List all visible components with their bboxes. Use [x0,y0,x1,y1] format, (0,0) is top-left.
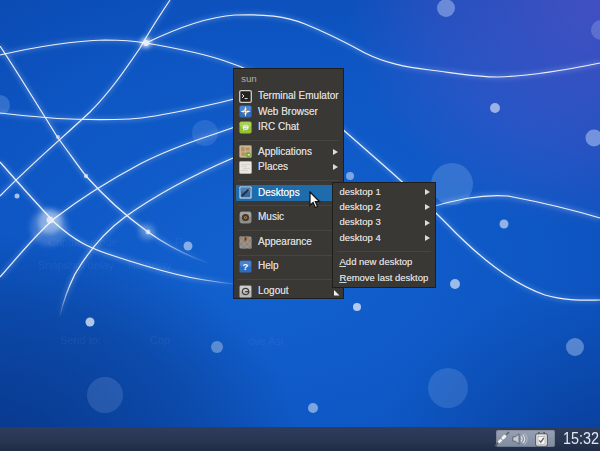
svg-text:?: ? [243,261,249,272]
svg-text:Snapshot delay: Snapshot delay [38,259,114,271]
svg-text:Cop: Cop [150,334,170,346]
svg-text:No delay: No delay [128,259,172,271]
svg-text:ove Asi: ove Asi [248,335,283,347]
svg-text:Send to:: Send to: [60,334,101,346]
